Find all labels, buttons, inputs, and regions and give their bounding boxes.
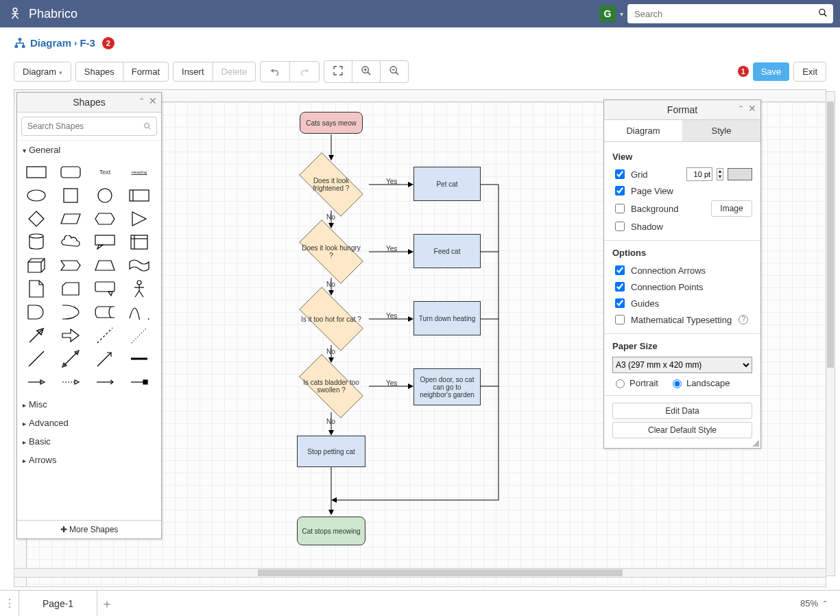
math-checkbox[interactable] bbox=[615, 315, 625, 324]
zoom-in-button[interactable] bbox=[352, 61, 381, 82]
user-avatar[interactable]: G bbox=[599, 5, 616, 22]
add-page-button[interactable]: ＋ bbox=[97, 595, 117, 612]
breadcrumb-leaf[interactable]: F-3 bbox=[80, 37, 95, 49]
node-start[interactable]: Cats says meow bbox=[300, 112, 363, 134]
shape-curve[interactable] bbox=[124, 302, 154, 322]
search-icon[interactable] bbox=[818, 8, 828, 20]
shape-conn-2[interactable] bbox=[56, 372, 86, 392]
shapes-menu[interactable]: Shapes bbox=[76, 62, 123, 81]
edit-data-button[interactable]: Edit Data bbox=[612, 403, 752, 419]
shape-or[interactable] bbox=[56, 302, 86, 322]
shape-tape[interactable] bbox=[124, 255, 154, 276]
shape-biarrow[interactable] bbox=[56, 348, 86, 369]
shape-arrow-big[interactable] bbox=[56, 325, 86, 346]
shape-dotted-line[interactable] bbox=[124, 325, 154, 346]
node-action-feed[interactable]: Feed cat bbox=[413, 234, 481, 268]
shape-cylinder[interactable] bbox=[21, 232, 51, 252]
conn-points-checkbox[interactable] bbox=[615, 282, 625, 292]
grid-color-swatch[interactable] bbox=[728, 168, 752, 180]
resize-handle[interactable] bbox=[751, 438, 759, 447]
shape-cube[interactable] bbox=[21, 255, 51, 276]
collapse-icon[interactable]: ⌃ bbox=[738, 104, 744, 113]
grid-checkbox[interactable] bbox=[615, 169, 625, 179]
node-action-door[interactable]: Open door, so cat can go to neighbor's g… bbox=[413, 368, 481, 405]
shape-process[interactable] bbox=[124, 185, 154, 206]
shape-trapezoid[interactable] bbox=[90, 255, 120, 276]
format-menu[interactable]: Format bbox=[123, 62, 168, 81]
shape-callout[interactable] bbox=[90, 232, 120, 252]
exit-button[interactable]: Exit bbox=[793, 62, 826, 82]
shape-square[interactable] bbox=[56, 185, 86, 206]
shape-diamond[interactable] bbox=[21, 209, 51, 229]
shape-actor[interactable] bbox=[124, 279, 154, 299]
search-icon[interactable] bbox=[143, 122, 152, 132]
node-decision-frightened[interactable]: Does it look frightened ? bbox=[293, 157, 369, 212]
section-advanced[interactable]: Advanced bbox=[17, 414, 161, 432]
shape-arrow-ne[interactable] bbox=[21, 325, 51, 346]
shape-circle[interactable] bbox=[90, 185, 120, 206]
section-general[interactable]: General bbox=[17, 141, 161, 159]
search-input[interactable] bbox=[627, 4, 833, 23]
tab-style[interactable]: Style bbox=[682, 120, 760, 142]
portrait-radio[interactable] bbox=[616, 379, 625, 388]
shadow-checkbox[interactable] bbox=[615, 222, 625, 231]
node-action-pet[interactable]: Pet cat bbox=[413, 167, 481, 201]
shape-text[interactable]: Text bbox=[90, 162, 120, 182]
shapes-search-input[interactable] bbox=[21, 117, 157, 136]
tab-menu-button[interactable]: ⋮ bbox=[0, 591, 19, 616]
clear-style-button[interactable]: Clear Default Style bbox=[612, 422, 752, 438]
shape-triangle[interactable] bbox=[124, 209, 154, 229]
info-icon[interactable]: ? bbox=[739, 315, 748, 324]
close-icon[interactable]: ✕ bbox=[748, 103, 756, 114]
node-stop-petting[interactable]: Stop petting cat bbox=[297, 436, 365, 467]
shape-rect[interactable] bbox=[21, 162, 51, 182]
shape-callout2[interactable] bbox=[90, 279, 120, 299]
node-decision-bladder[interactable]: Is cats bladder too swollen ? bbox=[293, 359, 369, 414]
chevron-down-icon[interactable]: ▾ bbox=[620, 10, 623, 18]
background-image-button[interactable]: Image bbox=[711, 200, 752, 217]
v-scroll-thumb[interactable] bbox=[827, 102, 834, 368]
shape-conn-1[interactable] bbox=[21, 372, 51, 392]
guides-checkbox[interactable] bbox=[615, 298, 625, 308]
close-icon[interactable]: ✕ bbox=[149, 95, 157, 106]
shape-line[interactable] bbox=[21, 348, 51, 369]
collapse-icon[interactable]: ⌃ bbox=[139, 97, 145, 106]
shape-cloud[interactable] bbox=[56, 232, 86, 252]
section-misc[interactable]: Misc bbox=[17, 395, 161, 414]
shape-conn-3[interactable] bbox=[90, 372, 120, 392]
global-search[interactable] bbox=[627, 4, 833, 23]
fit-page-button[interactable] bbox=[324, 61, 352, 82]
zoom-indicator[interactable]: 85%⌃ bbox=[788, 598, 840, 608]
background-checkbox[interactable] bbox=[615, 204, 625, 213]
tab-diagram[interactable]: Diagram bbox=[604, 120, 682, 142]
node-decision-hungry[interactable]: Does it look hungry ? bbox=[293, 224, 369, 279]
chevron-up-icon[interactable]: ⌃ bbox=[822, 600, 828, 607]
shape-ellipse[interactable] bbox=[21, 185, 51, 206]
landscape-radio[interactable] bbox=[673, 379, 682, 388]
undo-button[interactable] bbox=[261, 62, 290, 82]
shape-step[interactable] bbox=[56, 255, 86, 276]
shape-thick-line[interactable] bbox=[124, 348, 154, 369]
node-decision-hot[interactable]: Is it too hot for cat ? bbox=[293, 292, 369, 346]
shape-parallelogram[interactable] bbox=[56, 209, 86, 229]
shape-roundrect[interactable] bbox=[56, 162, 86, 182]
shape-card[interactable] bbox=[56, 279, 86, 299]
pageview-checkbox[interactable] bbox=[615, 186, 625, 196]
diagram-menu[interactable]: Diagram ▾ bbox=[14, 62, 71, 81]
shape-thin-arrow[interactable] bbox=[90, 348, 120, 369]
shape-and[interactable] bbox=[21, 302, 51, 322]
h-scroll-thumb[interactable] bbox=[258, 569, 623, 576]
breadcrumb-root[interactable]: Diagram bbox=[30, 37, 71, 49]
shape-internal-storage[interactable] bbox=[124, 232, 154, 252]
more-shapes-button[interactable]: ✚ More Shapes bbox=[17, 520, 161, 538]
shape-conn-4[interactable] bbox=[124, 372, 154, 392]
tab-page-1[interactable]: Page-1 bbox=[19, 591, 97, 616]
node-end[interactable]: Cat stops meowing bbox=[297, 517, 365, 545]
shape-datastore[interactable] bbox=[90, 302, 120, 322]
insert-menu[interactable]: Insert bbox=[173, 62, 213, 81]
section-basic[interactable]: Basic bbox=[17, 432, 161, 451]
horizontal-scrollbar[interactable] bbox=[14, 568, 826, 578]
conn-arrows-checkbox[interactable] bbox=[615, 265, 625, 275]
paper-size-select[interactable]: A3 (297 mm x 420 mm) bbox=[612, 357, 752, 373]
vertical-scrollbar[interactable] bbox=[826, 91, 835, 576]
